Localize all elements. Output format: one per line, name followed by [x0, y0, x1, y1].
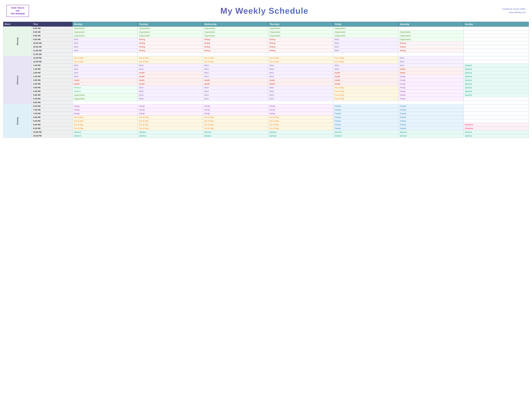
schedule-cell: Romance	[464, 123, 529, 127]
table-row: 1:00 PMWorkWorkWorkWorkWorkWorkSpiritual	[3, 64, 529, 67]
schedule-cell: Friends	[333, 123, 398, 127]
schedule-cell: Work	[268, 64, 333, 67]
schedule-cell	[464, 104, 529, 108]
time-cell: 3:00 PM	[32, 78, 73, 82]
schedule-cell	[464, 45, 529, 49]
schedule-cell: Family	[398, 97, 464, 101]
schedule-cell: Health	[138, 78, 203, 82]
time-cell: 6:30 PM	[32, 104, 73, 108]
schedule-cell: Work	[398, 60, 464, 64]
creator-name: Created by Lauren Soffer	[500, 7, 526, 11]
schedule-cell: Organization	[73, 34, 138, 37]
schedule-cell: Writing	[268, 49, 333, 52]
time-cell: 11:00 AM	[32, 49, 73, 52]
schedule-cell: Organization	[398, 30, 464, 34]
table-row: 1:30 PMWorkWorkWorkWorkWorkHealthSpiritu…	[3, 67, 529, 71]
schedule-cell: Family	[398, 82, 464, 86]
schedule-cell: Work	[333, 64, 398, 67]
schedule-cell: Work	[268, 97, 333, 101]
schedule-cell	[464, 56, 529, 60]
schedule-cell: Work	[333, 67, 398, 71]
schedule-cell	[398, 27, 464, 30]
schedule-cell: Spiritual	[398, 130, 464, 134]
table-row: 2:30 PMWorkHealthWorkWorkHealthFamilySpi…	[3, 75, 529, 78]
time-cell: 5:00 PM	[32, 93, 73, 97]
schedule-cell: Fun & Play	[138, 115, 203, 119]
schedule-cell: Fun & Play	[73, 60, 138, 64]
schedule-cell: Fun & Play	[73, 127, 138, 130]
schedule-cell: Organization	[203, 34, 268, 37]
schedule-cell: Spiritual	[464, 130, 529, 134]
schedule-cell: Family	[203, 112, 268, 115]
schedule-cell: Family	[268, 108, 333, 112]
how-to-use-button[interactable]: Click: How to Use This Schedule	[6, 5, 29, 17]
schedule-cell: Writing	[268, 45, 333, 49]
table-row: 3:30 PMHealthHealthHealthHealthHealthFam…	[3, 82, 529, 86]
schedule-cell: Spiritual	[464, 89, 529, 93]
schedule-cell	[464, 97, 529, 101]
schedule-cell: Organization	[203, 27, 268, 30]
schedule-cell: Writing	[398, 41, 464, 45]
schedule-cell	[464, 34, 529, 37]
schedule-cell: Fun & Play	[333, 93, 398, 97]
schedule-cell: Writing	[268, 41, 333, 45]
schedule-cell: Family	[73, 104, 138, 108]
schedule-cell: Spiritual	[464, 86, 529, 89]
creator-info: Created by Lauren Soffer www.writerfly.c…	[500, 7, 526, 14]
schedule-cell: Organization	[73, 27, 138, 30]
schedule-cell: Writing	[138, 37, 203, 41]
schedule-cell: Work	[398, 56, 464, 60]
schedule-cell: Health	[73, 82, 138, 86]
table-row: 9:30 AMWorkWritingWritingWritingWorkOrga…	[3, 37, 529, 41]
time-cell: 10:30 AM	[32, 45, 73, 49]
schedule-cell: Friends	[333, 127, 398, 130]
click-label-line2: This Schedule	[9, 12, 27, 15]
schedule-cell	[464, 52, 529, 56]
block-label-morning: Morning	[3, 27, 32, 56]
schedule-cell: Health	[398, 71, 464, 75]
table-row: 9:30 PMFun & PlayFun & PlayFun & PlayFun…	[3, 127, 529, 130]
schedule-cell: Friends	[398, 115, 464, 119]
schedule-cell: Spiritual	[464, 71, 529, 75]
schedule-cell: Fun & Play	[138, 127, 203, 130]
time-cell: 12:00 PM	[32, 56, 73, 60]
time-cell: 5:30 PM	[32, 97, 73, 101]
page-header: Click: How to Use This Schedule My Weekl…	[3, 3, 529, 19]
schedule-cell	[333, 101, 398, 104]
table-row: 4:30 PMFinanceWorkWorkWorkFun & PlayFami…	[3, 89, 529, 93]
schedule-cell: Organization	[138, 27, 203, 30]
schedule-cell	[464, 115, 529, 119]
schedule-cell: Family	[398, 78, 464, 82]
schedule-cell: Fun & Play	[203, 115, 268, 119]
schedule-cell: Organization	[268, 27, 333, 30]
block-label-evening: Evening	[3, 104, 32, 138]
schedule-cell: Spiritual	[333, 130, 398, 134]
schedule-cell: Work	[203, 64, 268, 67]
schedule-cell: Work	[138, 97, 203, 101]
table-row: 8:30 AMOrganizationOrganizationOrganizat…	[3, 30, 529, 34]
schedule-cell: Organization	[268, 30, 333, 34]
schedule-cell: Fun & Play	[268, 127, 333, 130]
schedule-cell: Health	[333, 78, 398, 82]
schedule-cell: Fun & Play	[203, 119, 268, 123]
schedule-cell: Organization	[333, 30, 398, 34]
table-row: 9:00 AMOrganizationOrganizationOrganizat…	[3, 34, 529, 37]
schedule-cell: Spiritual	[464, 93, 529, 97]
schedule-cell	[398, 52, 464, 56]
schedule-cell: Friends	[398, 108, 464, 112]
schedule-cell: Family	[398, 86, 464, 89]
schedule-cell: Writing	[203, 49, 268, 52]
table-row: Morning8:00 AMOrganizationOrganizationOr…	[3, 27, 529, 30]
schedule-cell: Friends	[333, 119, 398, 123]
schedule-cell: Spiritual	[203, 130, 268, 134]
schedule-cell: Spiritual	[464, 82, 529, 86]
schedule-cell: Spiritual	[464, 134, 529, 138]
schedule-cell: Friends	[398, 127, 464, 130]
schedule-cell	[464, 119, 529, 123]
time-cell: 11:30 AM	[32, 52, 73, 56]
time-cell: 10:30 PM	[32, 134, 73, 138]
schedule-cell: Friends	[333, 115, 398, 119]
schedule-cell	[464, 30, 529, 34]
schedule-cell	[73, 52, 138, 56]
schedule-cell: Friends	[398, 123, 464, 127]
